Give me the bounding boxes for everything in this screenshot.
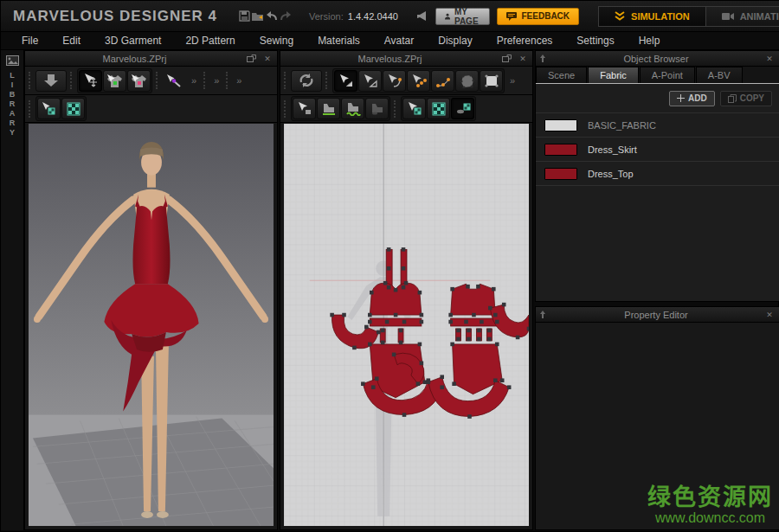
menu-display[interactable]: Display bbox=[426, 35, 484, 47]
panel-3d-header[interactable]: Marvelous.ZPrj ✕ bbox=[25, 51, 277, 67]
tab-a-bv[interactable]: A-BV bbox=[696, 67, 743, 83]
toolbar-grip[interactable] bbox=[156, 72, 159, 89]
redo-button[interactable] bbox=[279, 7, 292, 26]
menu-edit[interactable]: Edit bbox=[50, 35, 93, 47]
select-pin-tool[interactable] bbox=[127, 70, 151, 92]
edit-pattern-tool[interactable] bbox=[358, 70, 382, 92]
tab-fabric[interactable]: Fabric bbox=[588, 67, 639, 83]
copy-fabric-button[interactable]: COPY bbox=[720, 91, 772, 106]
toolbar-grip[interactable] bbox=[226, 72, 229, 89]
toolbar-grip[interactable] bbox=[70, 72, 74, 89]
toolbar-grip[interactable] bbox=[29, 100, 32, 118]
select-move-tool[interactable] bbox=[79, 70, 102, 92]
toolbar-overflow[interactable]: » bbox=[506, 75, 518, 86]
transform-pattern-tool[interactable] bbox=[334, 70, 357, 92]
simulation-tab[interactable]: SIMULATION bbox=[598, 6, 705, 27]
open-folder-icon bbox=[251, 10, 266, 22]
open-button[interactable] bbox=[251, 7, 266, 26]
show-texture-tool[interactable] bbox=[61, 98, 85, 119]
toolbar-grip[interactable] bbox=[203, 72, 207, 89]
close-panel-button[interactable]: ✕ bbox=[261, 53, 274, 64]
panel-pin-icon[interactable] bbox=[536, 54, 550, 62]
toolbar-overflow[interactable]: » bbox=[210, 75, 222, 86]
toolbar-grip[interactable] bbox=[29, 72, 32, 89]
free-sewing-tool[interactable] bbox=[341, 98, 364, 119]
toolbar-3d-texture bbox=[25, 95, 277, 123]
toolbar-grip[interactable] bbox=[325, 72, 329, 89]
viewport-3d[interactable] bbox=[29, 124, 274, 526]
toolbar-grip[interactable] bbox=[284, 72, 287, 89]
cursor-triangle-icon bbox=[338, 74, 354, 88]
menu-2d-pattern[interactable]: 2D Pattern bbox=[173, 35, 247, 47]
edit-texture-tool[interactable] bbox=[37, 98, 61, 119]
toggle-texture-visibility-tool[interactable] bbox=[451, 98, 474, 119]
my-page-button[interactable]: MY PAGE bbox=[435, 8, 491, 25]
close-panel-button[interactable]: ✕ bbox=[516, 53, 530, 64]
feedback-button[interactable]: FEEDBACK bbox=[497, 8, 579, 25]
menu-settings[interactable]: Settings bbox=[564, 35, 626, 47]
select-mesh-tool[interactable] bbox=[103, 70, 126, 92]
polygon-tool[interactable] bbox=[455, 70, 479, 92]
rectangle-shape-icon bbox=[484, 74, 499, 88]
fabric-row-dress-top[interactable]: Dress_Top bbox=[536, 162, 779, 186]
tab-a-point[interactable]: A-Point bbox=[640, 67, 695, 83]
close-panel-button[interactable]: ✕ bbox=[763, 53, 776, 64]
menu-bar: File Edit 3D Garment 2D Pattern Sewing M… bbox=[1, 32, 779, 50]
marvelous-designer-window: MARVELOUS DESIGNER 4 Version:1.4.42.0440… bbox=[0, 0, 779, 532]
detail-sewing-tool[interactable] bbox=[365, 98, 389, 119]
panel-pin-icon[interactable] bbox=[536, 311, 550, 318]
property-editor-header[interactable]: Property Editor ✕ bbox=[536, 307, 779, 323]
announcement-button[interactable] bbox=[415, 7, 428, 26]
detach-panel-button[interactable] bbox=[244, 53, 258, 64]
menu-materials[interactable]: Materials bbox=[306, 35, 372, 47]
feedback-label: FEEDBACK bbox=[521, 11, 570, 21]
fabric-row-basic[interactable]: BASIC_FABRIC bbox=[536, 113, 779, 138]
detach-panel-button[interactable] bbox=[499, 53, 513, 64]
library-tab[interactable]: LIBRARY bbox=[1, 50, 24, 530]
object-browser-header[interactable]: Object Browser ✕ bbox=[536, 51, 779, 67]
pin-wand-tool[interactable] bbox=[163, 70, 186, 92]
toolbar-overflow[interactable]: » bbox=[233, 75, 245, 86]
toolbar-2d-sewing bbox=[280, 95, 532, 123]
undo-button[interactable] bbox=[266, 7, 279, 26]
canvas-2d-pattern[interactable] bbox=[284, 124, 529, 526]
save-icon bbox=[238, 10, 251, 22]
big-down-arrow-icon bbox=[43, 74, 59, 87]
double-chevron-down-icon bbox=[615, 11, 625, 21]
toolbar-grip[interactable] bbox=[394, 100, 397, 118]
menu-preferences[interactable]: Preferences bbox=[485, 35, 565, 47]
fabric-name: Dress_Skirt bbox=[588, 144, 637, 155]
my-page-label: MY PAGE bbox=[454, 7, 481, 26]
show-texture-2d-tool[interactable] bbox=[427, 98, 450, 119]
menu-avatar[interactable]: Avatar bbox=[372, 35, 426, 47]
panel-2d-pattern: Marvelous.ZPrj ✕ bbox=[280, 50, 533, 530]
menu-help[interactable]: Help bbox=[627, 35, 673, 47]
menu-sewing[interactable]: Sewing bbox=[248, 35, 306, 47]
simulate-dropdown-button[interactable] bbox=[35, 70, 67, 92]
toolbar-grip[interactable] bbox=[284, 100, 287, 118]
copy-icon bbox=[728, 94, 737, 103]
pin-icon bbox=[539, 54, 546, 62]
edit-texture-2d-tool[interactable] bbox=[402, 98, 426, 119]
sync-pattern-button[interactable] bbox=[291, 70, 322, 92]
sewing-machine-line-icon bbox=[321, 101, 337, 116]
segment-sewing-tool[interactable] bbox=[317, 98, 340, 119]
menu-3d-garment[interactable]: 3D Garment bbox=[93, 35, 173, 47]
toolbar-overflow[interactable]: » bbox=[188, 75, 200, 86]
edit-curvature-tool[interactable] bbox=[383, 70, 406, 92]
checkered-grid-icon bbox=[67, 102, 80, 116]
fabric-swatch bbox=[544, 119, 577, 131]
save-button[interactable] bbox=[238, 7, 251, 26]
animation-tab[interactable]: ANIMATION bbox=[705, 6, 779, 27]
fabric-row-dress-skirt[interactable]: Dress_Skirt bbox=[536, 138, 779, 162]
rectangle-tool[interactable] bbox=[480, 70, 503, 92]
edit-sewing-tool[interactable] bbox=[293, 98, 316, 119]
add-fabric-button[interactable]: ADD bbox=[669, 91, 715, 106]
detach-icon bbox=[502, 54, 512, 62]
panel-2d-header[interactable]: Marvelous.ZPrj ✕ bbox=[280, 51, 532, 67]
tab-scene[interactable]: Scene bbox=[536, 67, 587, 83]
close-panel-button[interactable]: ✕ bbox=[763, 309, 776, 320]
menu-file[interactable]: File bbox=[10, 35, 50, 47]
edit-curve-point-tool[interactable] bbox=[407, 70, 430, 92]
add-point-tool[interactable] bbox=[431, 70, 454, 92]
